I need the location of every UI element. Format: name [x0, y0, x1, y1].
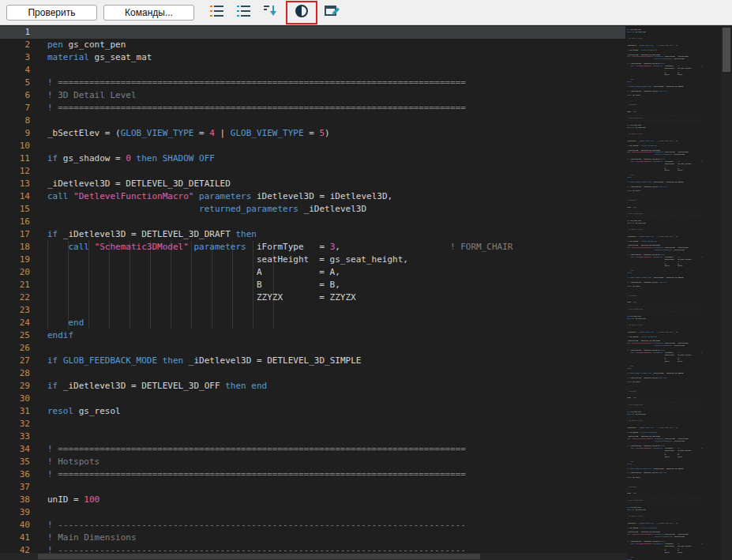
code-line[interactable]: ! 3D Detail Level: [38, 89, 625, 102]
line-number: 23: [0, 304, 38, 317]
code-line[interactable]: ! Main Dimensions: [38, 532, 625, 544]
code-line[interactable]: ! Hotspots: [38, 456, 625, 468]
commands-button[interactable]: Команды...: [103, 5, 194, 21]
code-line[interactable]: returned_parameters _iDetlevel3D: [38, 203, 625, 216]
contrast-theme-icon: [295, 4, 309, 21]
code-line[interactable]: unID = 100: [38, 494, 625, 506]
move-down-icon: [264, 5, 278, 20]
code-line[interactable]: [38, 140, 625, 152]
code-line[interactable]: ! ======================================…: [38, 468, 625, 481]
code-line[interactable]: ! ======================================…: [38, 102, 625, 115]
code-line[interactable]: pen gs_cont_pen: [38, 39, 625, 51]
code-line[interactable]: [38, 367, 625, 380]
edit-window-button[interactable]: [322, 3, 343, 22]
line-number: 4: [0, 64, 38, 77]
code-line[interactable]: [38, 165, 625, 178]
line-number: 5: [0, 77, 38, 89]
code-line[interactable]: [38, 26, 625, 39]
line-number: 20: [0, 266, 38, 279]
line-number: 1: [0, 26, 38, 39]
code-line[interactable]: [38, 393, 625, 405]
code-area[interactable]: pen gs_cont_penmaterial gs_seat_mat! ===…: [38, 26, 625, 557]
code-line[interactable]: [38, 481, 625, 494]
line-number: 25: [0, 329, 38, 342]
numbered-list-button[interactable]: [207, 3, 227, 22]
bullet-list-button[interactable]: [234, 3, 254, 22]
code-line[interactable]: seatHeight = gs_seat_height,: [38, 254, 625, 266]
code-line[interactable]: _iDetlevel3D = DETLEVEL_3D_DETAILED: [38, 178, 625, 190]
contrast-theme-button[interactable]: [291, 3, 312, 22]
line-number: 10: [0, 140, 38, 152]
code-line[interactable]: [38, 115, 625, 127]
code-line[interactable]: ! ======================================…: [38, 443, 625, 456]
line-number: 36: [0, 468, 38, 481]
code-line[interactable]: ZZYZX = ZZYZX: [38, 291, 625, 304]
line-number: 27: [0, 355, 38, 367]
line-number: 19: [0, 254, 38, 266]
code-line[interactable]: A = A,: [38, 266, 625, 279]
line-number: 41: [0, 532, 38, 544]
code-line[interactable]: end: [38, 317, 625, 329]
code-line[interactable]: if _iDetlevel3D = DETLEVEL_3D_OFF then e…: [38, 380, 625, 393]
toolbar-icon-group: [204, 1, 346, 24]
code-line[interactable]: endif: [38, 329, 625, 342]
minimap[interactable]: pen gs_cont_penmaterial gs_seat_mat! ===…: [627, 26, 703, 560]
horizontal-scrollbar-thumb[interactable]: [38, 554, 480, 559]
code-line[interactable]: _bSectElev = (GLOB_VIEW_TYPE = 4 | GLOB_…: [38, 127, 625, 140]
code-line[interactable]: [38, 342, 625, 355]
line-number: 21: [0, 279, 38, 291]
line-number: 18: [0, 241, 38, 254]
move-down-button[interactable]: [261, 3, 281, 22]
code-line[interactable]: material gs_seat_mat: [38, 51, 625, 64]
code-editor: 1234567891011121314151617181920212223242…: [0, 26, 732, 560]
horizontal-scrollbar[interactable]: [0, 553, 627, 560]
code-line[interactable]: ! --------------------------------------…: [38, 519, 625, 532]
code-line[interactable]: [38, 304, 625, 317]
code-line[interactable]: [38, 64, 625, 77]
code-line[interactable]: call "DetlevelFunctionMacro" parameters …: [38, 190, 625, 203]
line-number: 12: [0, 165, 38, 178]
gdl-script-editor-window: Проверить Команды...: [0, 0, 732, 560]
code-line[interactable]: if _iDetlevel3D = DETLEVEL_3D_DRAFT then: [38, 228, 625, 241]
line-number: 22: [0, 291, 38, 304]
line-number: 38: [0, 494, 38, 506]
check-script-button[interactable]: Проверить: [6, 5, 97, 21]
toolbar: Проверить Команды...: [0, 0, 732, 25]
numbered-list-icon: [210, 5, 224, 20]
bullet-list-icon: [237, 5, 251, 20]
minimap-content: pen gs_cont_penmaterial gs_seat_mat! ===…: [627, 26, 703, 560]
line-number: 28: [0, 367, 38, 380]
code-line[interactable]: if gs_shadow = 0 then SHADOW OFF: [38, 152, 625, 165]
line-number: 3: [0, 51, 38, 64]
line-number: 30: [0, 393, 38, 405]
line-number: 15: [0, 203, 38, 216]
line-number: 6: [0, 89, 38, 102]
vertical-scrollbar[interactable]: [721, 26, 732, 560]
code-line[interactable]: [38, 216, 625, 228]
line-number: 24: [0, 317, 38, 329]
line-number: 33: [0, 430, 38, 443]
code-line[interactable]: if GLOB_FEEDBACK_MODE then _iDetlevel3D …: [38, 355, 625, 367]
code-line[interactable]: B = B,: [38, 279, 625, 291]
vertical-scrollbar-thumb[interactable]: [723, 28, 730, 72]
line-number: 16: [0, 216, 38, 228]
line-number: 35: [0, 456, 38, 468]
code-line[interactable]: call "Schematic3DModel" parameters iForm…: [38, 241, 625, 254]
code-line[interactable]: ! ======================================…: [38, 77, 625, 89]
line-number: 31: [0, 405, 38, 418]
line-number: 2: [0, 39, 38, 51]
code-line[interactable]: [38, 506, 625, 519]
line-number: 17: [0, 228, 38, 241]
line-number: 29: [0, 380, 38, 393]
code-line[interactable]: [38, 430, 625, 443]
edit-window-icon: [325, 5, 340, 20]
line-number: 40: [0, 519, 38, 532]
line-number: 32: [0, 418, 38, 430]
code-line[interactable]: resol gs_resol: [38, 405, 625, 418]
line-number: 34: [0, 443, 38, 456]
line-number: 8: [0, 115, 38, 127]
code-line[interactable]: [38, 418, 625, 430]
line-number: 11: [0, 152, 38, 165]
line-number: 9: [0, 127, 38, 140]
highlight-annotation-box: [286, 1, 317, 24]
